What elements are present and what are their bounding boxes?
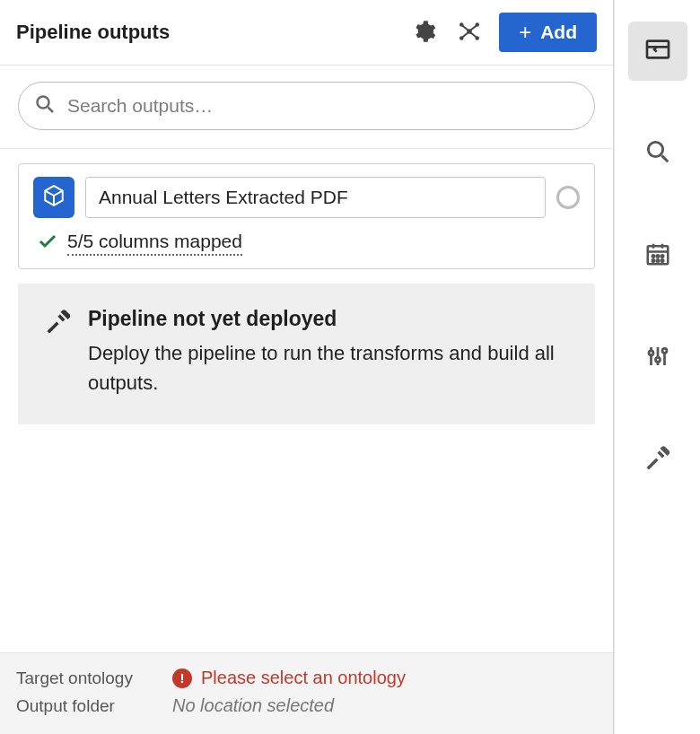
output-folder-value: No location selected [172, 695, 334, 716]
svg-point-26 [662, 348, 667, 353]
svg-point-15 [652, 255, 654, 258]
panel-header: Pipeline outputs + Add [0, 0, 613, 66]
svg-point-19 [656, 259, 659, 262]
sidebar-tab-schedule[interactable] [628, 226, 687, 285]
notice-title: Pipeline not yet deployed [88, 307, 568, 331]
svg-point-25 [655, 357, 660, 362]
panel-title: Pipeline outputs [16, 21, 170, 44]
search-icon [644, 138, 671, 169]
search-row [0, 66, 613, 149]
svg-point-5 [38, 97, 49, 109]
plus-icon: + [519, 22, 531, 43]
svg-point-9 [648, 142, 662, 156]
target-ontology-label: Target ontology [16, 668, 156, 688]
object-type-badge [33, 177, 74, 218]
check-icon [37, 231, 58, 256]
header-actions: + Add [407, 13, 597, 52]
svg-line-6 [48, 108, 54, 113]
output-folder-row[interactable]: Output folder No location selected [16, 692, 597, 720]
columns-mapped-row[interactable]: 5/5 columns mapped [33, 231, 580, 256]
hammer-icon [45, 309, 72, 398]
search-icon [34, 93, 56, 118]
columns-mapped-link[interactable]: 5/5 columns mapped [67, 231, 242, 256]
output-card[interactable]: 5/5 columns mapped [18, 163, 595, 269]
sliders-icon [644, 343, 671, 373]
output-name-input[interactable] [85, 177, 546, 218]
svg-point-16 [656, 255, 659, 258]
add-button[interactable]: + Add [499, 13, 597, 52]
sidebar-tab-search[interactable] [628, 124, 687, 183]
svg-point-17 [661, 255, 663, 258]
notice-body: Deploy the pipeline to run the transform… [88, 338, 568, 398]
graph-button[interactable] [452, 14, 486, 51]
search-input[interactable] [18, 82, 595, 130]
sidebar-tab-build[interactable] [628, 431, 687, 490]
error-icon: ! [172, 668, 192, 688]
sidebar-tab-settings[interactable] [628, 328, 687, 388]
sidebar-tab-outputs[interactable] [628, 22, 687, 81]
svg-point-20 [661, 259, 663, 262]
outputs-list: 5/5 columns mapped Pipeline not yet depl… [0, 149, 613, 652]
deploy-notice: Pipeline not yet deployed Deploy the pip… [18, 284, 595, 424]
panel-footer: Target ontology ! Please select an ontol… [0, 652, 613, 734]
target-ontology-error: Please select an ontology [201, 668, 406, 688]
settings-button[interactable] [407, 15, 440, 50]
svg-line-10 [661, 155, 668, 162]
graph-icon [456, 18, 483, 48]
svg-point-24 [649, 351, 653, 355]
build-icon [644, 445, 671, 476]
output-folder-label: Output folder [16, 696, 156, 716]
right-sidebar [614, 0, 700, 734]
status-indicator [556, 186, 580, 209]
calendar-icon [644, 240, 671, 271]
add-button-label: Add [540, 22, 577, 43]
svg-rect-7 [647, 41, 669, 58]
gear-icon [411, 19, 436, 47]
cube-icon [42, 184, 66, 211]
target-ontology-row[interactable]: Target ontology ! Please select an ontol… [16, 664, 597, 692]
svg-point-18 [652, 259, 654, 262]
outputs-panel-icon [643, 35, 672, 67]
